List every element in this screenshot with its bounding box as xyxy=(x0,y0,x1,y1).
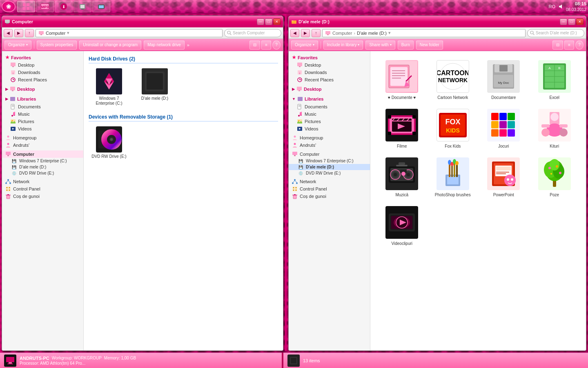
svg-text:↓: ↓ xyxy=(12,71,14,75)
search-box-left[interactable]: Search Computer xyxy=(224,29,281,37)
folder-videoclipuri[interactable]: Videoclipuri xyxy=(379,204,425,248)
close-button-right[interactable]: ✕ xyxy=(576,18,584,25)
sidebar-item-network-right[interactable]: Network xyxy=(289,178,370,185)
sidebar-item-trash-right[interactable]: Coș de gunoi xyxy=(289,193,370,200)
taskbar-app-3[interactable]: ⬇ xyxy=(55,1,73,12)
folder-excel[interactable]: A B Excel xyxy=(531,58,578,102)
folder-powerpoint[interactable]: PowerPoint xyxy=(480,155,527,200)
view-toggle-right[interactable]: ⊟ xyxy=(552,40,563,49)
sidebar-favorites-header-left[interactable]: ★ Favorites xyxy=(2,54,83,61)
sidebar-item-pictures-right[interactable]: Pictures xyxy=(289,118,370,125)
svg-rect-28 xyxy=(10,87,15,90)
sidebar-item-videos-right[interactable]: Videos xyxy=(289,125,370,132)
svg-point-67 xyxy=(110,138,113,141)
sidebar-item-desktop-left[interactable]: Desktop xyxy=(2,61,83,69)
sidebar-libraries-header-right[interactable]: ▼ Libraries xyxy=(289,95,370,103)
share-with-button[interactable]: Share with ▾ xyxy=(365,40,395,49)
back-button-left[interactable]: ◀ xyxy=(4,29,13,37)
folder-documentare[interactable]: My Doc Documentare xyxy=(480,58,527,102)
sidebar-item-downloads-right[interactable]: ↓ Downloads xyxy=(289,69,370,76)
sidebar-item-controlpanel-right[interactable]: Control Panel xyxy=(289,185,370,193)
sidebar-desktop-header-left[interactable]: ▶ Desktop xyxy=(2,85,83,93)
sidebar-item-network-left[interactable]: Network xyxy=(2,178,83,185)
sidebar-item-music-right[interactable]: Music xyxy=(289,110,370,118)
folder-poze[interactable]: Poze xyxy=(531,155,578,200)
folder-photoshop[interactable]: PhotoShop brushes xyxy=(430,155,477,200)
sidebar-item-documents-right[interactable]: Documents xyxy=(289,103,370,110)
folder-kituri[interactable]: Kituri xyxy=(531,106,578,151)
svg-text:↓: ↓ xyxy=(299,71,301,75)
sidebar-item-dvd-right[interactable]: 💿 DVD RW Drive (E:) xyxy=(289,170,370,176)
drive-dvd[interactable]: DVD RW Drive (E:) xyxy=(89,125,129,161)
sidebar-item-downloads-left[interactable]: ↓ Downloads xyxy=(2,69,83,76)
svg-point-207 xyxy=(511,178,513,181)
folder-filme[interactable]: Filme xyxy=(379,106,425,151)
taskbar-app-2[interactable]: MP3 xyxy=(36,1,54,12)
view-details-right[interactable]: ≡ xyxy=(564,40,574,49)
forward-button-right[interactable]: ▶ xyxy=(301,29,310,37)
sidebar-item-recent-right[interactable]: Recent Places xyxy=(289,76,370,83)
sidebar-item-pictures-left[interactable]: Pictures xyxy=(2,118,83,125)
search-box-right[interactable]: Search D'ale mele (D:) xyxy=(527,29,584,37)
sidebar-item-dale-right[interactable]: 💾 D'ale mele (D:) xyxy=(289,164,370,170)
maximize-button-right[interactable]: □ xyxy=(568,18,575,25)
drive-c[interactable]: Windows 7 Enterprise (C:) xyxy=(89,67,129,108)
sidebar-item-desktop-right[interactable]: Desktop xyxy=(289,61,370,69)
sidebar-item-documents-left[interactable]: Documents xyxy=(2,103,83,110)
folder-jocuri[interactable]: Jocuri xyxy=(480,106,527,151)
burn-button[interactable]: Burn xyxy=(398,40,414,49)
folder-foxkids[interactable]: FOX KIDS Fox Kids xyxy=(430,106,477,151)
sidebar-item-andruts-left[interactable]: Andruts' xyxy=(2,141,83,149)
sidebar-item-win7-left[interactable]: 💾 Windows 7 Enterprise (C:) xyxy=(2,158,83,164)
folder-muzica[interactable]: Muzică xyxy=(379,155,425,200)
sidebar-item-computer-left[interactable]: Computer xyxy=(2,150,83,158)
map-network-button[interactable]: Map network drive xyxy=(144,40,185,49)
taskbar-app-4[interactable] xyxy=(74,1,91,12)
minimize-button-left[interactable]: ─ xyxy=(257,18,264,25)
minimize-button-right[interactable]: ─ xyxy=(560,18,567,25)
organize-button-left[interactable]: Organize ▾ xyxy=(4,40,31,49)
sidebar-desktop2-header-right[interactable]: ▶ Desktop xyxy=(289,85,370,93)
close-button-left[interactable]: ✕ xyxy=(273,18,281,25)
up-button-left[interactable]: ↑ xyxy=(25,29,34,37)
sidebar-item-dvd-left[interactable]: 💿 DVD RW Drive (E:) xyxy=(2,170,83,176)
view-details-left[interactable]: ≡ xyxy=(261,40,271,49)
svg-rect-43 xyxy=(7,155,9,156)
sidebar-favorites-header-right[interactable]: ★ Favorites xyxy=(289,54,370,61)
help-button-left[interactable]: ? xyxy=(272,40,281,49)
sidebar-item-videos-left[interactable]: Videos xyxy=(2,125,83,132)
system-props-button[interactable]: System properties xyxy=(37,40,77,49)
folder-cn[interactable]: CARTOON NETWORK Cartoon Network xyxy=(430,58,477,102)
sidebar-item-homegroup-right[interactable]: Homegroup xyxy=(289,134,370,141)
sidebar-item-controlpanel-left[interactable]: Control Panel xyxy=(2,185,83,193)
up-button-right[interactable]: ↑ xyxy=(312,29,321,37)
maximize-button-left[interactable]: □ xyxy=(265,18,272,25)
taskbar-app-5[interactable] xyxy=(92,1,110,12)
address-pill-right[interactable]: Computer › D'ale mele (D:) ▾ xyxy=(322,29,526,37)
back-button-right[interactable]: ◀ xyxy=(290,29,299,37)
forward-button-left[interactable]: ▶ xyxy=(14,29,23,37)
help-button-right[interactable]: ? xyxy=(575,40,584,49)
include-library-button[interactable]: Include in library ▾ xyxy=(323,40,363,49)
sidebar-item-recent-left[interactable]: Recent Places xyxy=(2,76,83,83)
address-pill-left[interactable]: Computer ▾ xyxy=(36,29,223,37)
sidebar-item-computer-right[interactable]: Computer xyxy=(289,150,370,158)
view-toggle-left[interactable]: ⊟ xyxy=(249,40,260,49)
window-title-left: Computer xyxy=(12,19,33,24)
sidebar-item-win7-right[interactable]: 💾 Windows 7 Enterprise (C:) xyxy=(289,158,370,164)
sidebar-item-music-left[interactable]: Music xyxy=(2,110,83,118)
start-button[interactable]: ❀ xyxy=(2,1,16,12)
sidebar-item-andruts-right[interactable]: Andruts' xyxy=(289,141,370,149)
sidebar-libraries-header-left[interactable]: ▶ Libraries xyxy=(2,95,83,103)
taskbar-app-1[interactable] xyxy=(17,1,35,12)
sidebar-item-homegroup-left[interactable]: Homegroup xyxy=(2,134,83,141)
sidebar-item-dale-left[interactable]: 💾 D'ale mele (D:) xyxy=(2,164,83,170)
organize-button-right[interactable]: Organize ▾ xyxy=(291,40,318,49)
svg-point-105 xyxy=(296,190,297,191)
svg-point-37 xyxy=(12,120,13,121)
drive-d[interactable]: D'ale mele (D:) xyxy=(134,67,175,108)
sidebar-item-trash-left[interactable]: Coș de gunoi xyxy=(2,193,83,200)
uninstall-button[interactable]: Uninstall or change a program xyxy=(79,40,141,49)
folder-documente[interactable]: ♥ Documente ♥ xyxy=(379,58,425,102)
new-folder-button[interactable]: New folder xyxy=(416,40,443,49)
